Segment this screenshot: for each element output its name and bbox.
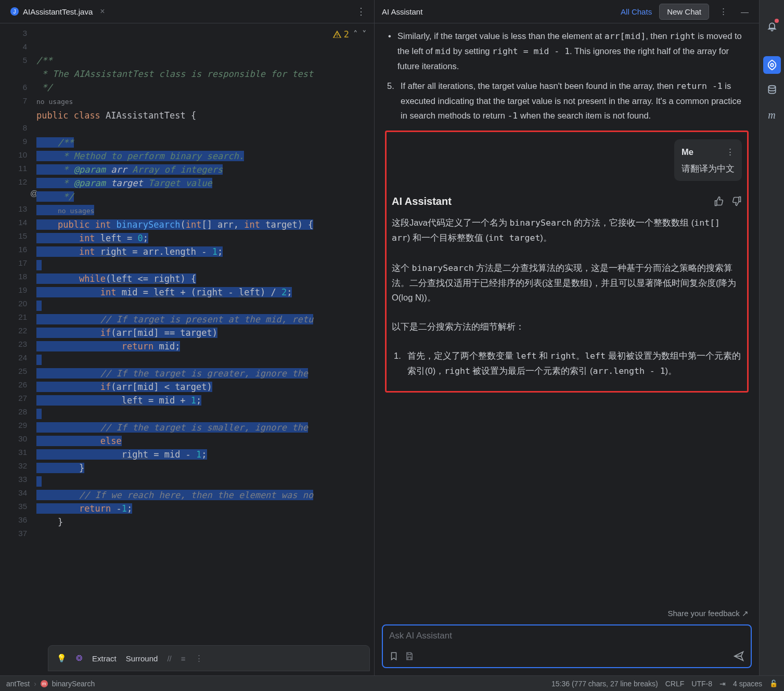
ai-spiral-icon[interactable]: ❂ xyxy=(76,654,83,663)
tab-filename: AIAssistantTest.java xyxy=(23,7,93,16)
line-gutter: 345 67 89 101112 1314 151617 181920 2122… xyxy=(0,23,36,675)
assistant-paragraph: 这个 binarySearch 方法是二分查找算法的实现，这是一种基于分而治之策… xyxy=(392,260,742,305)
new-chat-button[interactable]: New Chat xyxy=(659,4,709,20)
maven-rail-icon[interactable]: m xyxy=(763,106,781,124)
list-item: 首先，定义了两个整数变量 left 和 right。left 最初被设置为数组中… xyxy=(407,348,742,379)
highlighted-chat-section: Me ⋮ 请翻译为中文 AI Assistant xyxy=(385,131,749,393)
user-message-text: 请翻译为中文 xyxy=(682,161,735,176)
ask-input-box[interactable] xyxy=(382,624,752,668)
ai-menu-icon[interactable]: ⋮ xyxy=(716,7,730,16)
prev-highlight-icon[interactable]: ˄ xyxy=(353,28,358,41)
svg-point-0 xyxy=(770,63,774,67)
send-icon[interactable] xyxy=(733,650,744,662)
caret-position[interactable]: 15:36 (777 chars, 27 line breaks) xyxy=(551,680,658,688)
thumbs-down-icon[interactable] xyxy=(731,196,742,206)
assistant-name: AI Assistant xyxy=(392,192,452,210)
bulb-icon[interactable]: 💡 xyxy=(57,654,67,663)
readonly-lock-icon[interactable]: 🔓 xyxy=(769,680,778,687)
svg-point-1 xyxy=(768,86,775,88)
comment-action-icon[interactable]: // xyxy=(167,654,171,663)
user-name: Me xyxy=(682,145,693,159)
ask-input[interactable] xyxy=(389,631,744,641)
reformat-action-icon[interactable]: ≡ xyxy=(181,654,186,663)
save-icon[interactable] xyxy=(405,651,414,661)
assistant-paragraph: 以下是二分搜索方法的细节解析： xyxy=(392,319,742,334)
assistant-paragraph: 这段Java代码定义了一个名为 binarySearch 的方法，它接收一个整数… xyxy=(392,215,742,245)
extract-action[interactable]: Extract xyxy=(92,654,117,663)
warning-badge[interactable]: 2 xyxy=(332,28,349,41)
breadcrumb[interactable]: antTest › m binarySearch xyxy=(6,680,95,688)
list-item: If after all iterations, the target valu… xyxy=(401,79,749,123)
close-tab-icon[interactable]: × xyxy=(100,7,105,16)
indent-icon: ⇥ xyxy=(719,680,726,688)
method-icon: m xyxy=(41,680,48,687)
ai-chat-body[interactable]: Similarly, if the target value is less t… xyxy=(375,23,759,605)
ai-assistant-rail-icon[interactable] xyxy=(763,56,781,74)
minimize-icon[interactable]: — xyxy=(738,7,752,16)
tab-menu-icon[interactable]: ⋮ xyxy=(353,6,369,17)
user-message: Me ⋮ 请翻译为中文 xyxy=(674,139,742,181)
message-menu-icon[interactable]: ⋮ xyxy=(726,145,735,159)
indent-setting[interactable]: 4 spaces xyxy=(733,680,762,688)
code-editor[interactable]: /** * The AIAssistantTest class is respo… xyxy=(36,23,374,675)
line-separator[interactable]: CRLF xyxy=(665,680,685,688)
more-actions-icon[interactable]: ⋮ xyxy=(195,654,203,663)
database-rail-icon[interactable] xyxy=(763,81,781,99)
list-item: Similarly, if the target value is less t… xyxy=(397,29,749,73)
java-file-icon: J xyxy=(10,7,19,16)
ai-panel-title: AI Assistant xyxy=(382,7,422,16)
all-chats-link[interactable]: All Chats xyxy=(621,7,652,16)
notifications-icon[interactable] xyxy=(763,18,781,35)
bookmark-icon[interactable] xyxy=(389,651,399,661)
share-feedback-link[interactable]: Share your feedback ↗ xyxy=(375,605,759,620)
surround-action[interactable]: Surround xyxy=(126,654,158,663)
encoding[interactable]: UTF-8 xyxy=(691,680,712,688)
editor-tab[interactable]: J AIAssistantTest.java × xyxy=(5,4,110,19)
intention-action-bar: 💡 ❂ Extract Surround // ≡ ⋮ xyxy=(48,645,370,671)
next-highlight-icon[interactable]: ˅ xyxy=(362,28,367,41)
thumbs-up-icon[interactable] xyxy=(714,196,724,206)
no-usages-hint: no usages xyxy=(36,98,73,106)
